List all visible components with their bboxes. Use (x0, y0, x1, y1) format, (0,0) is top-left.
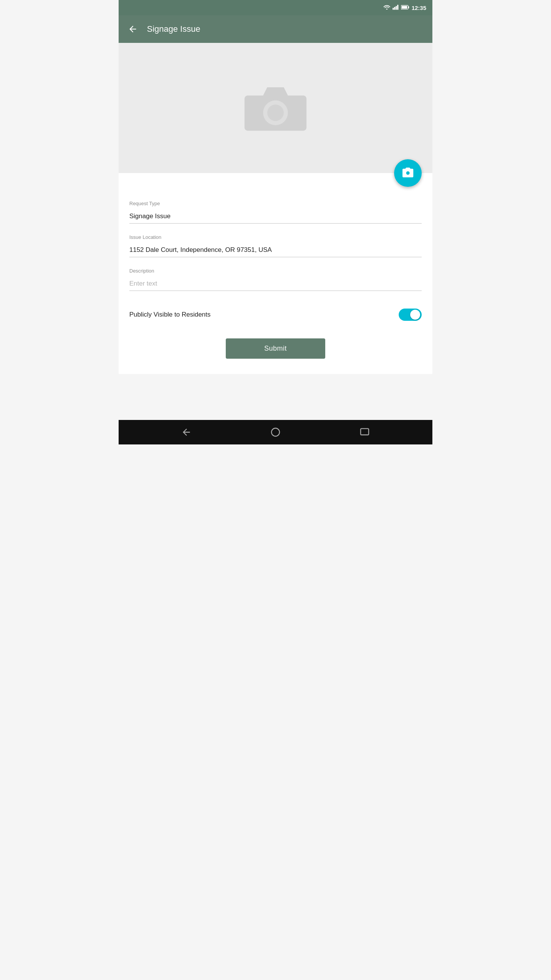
toggle-track (399, 309, 422, 321)
issue-location-value: 1152 Dale Court, Independence, OR 97351,… (129, 243, 422, 257)
form-content: Request Type Signage Issue Issue Locatio… (119, 173, 432, 374)
status-bar: 12:35 (119, 0, 432, 15)
publicly-visible-row: Publicly Visible to Residents (129, 305, 422, 325)
issue-location-field: Issue Location 1152 Dale Court, Independ… (129, 234, 422, 257)
home-nav-button[interactable] (266, 423, 285, 441)
svg-rect-0 (393, 8, 394, 10)
svg-rect-10 (361, 429, 369, 435)
back-button[interactable] (125, 21, 141, 37)
status-icons: 12:35 (383, 5, 426, 11)
signal-icon (393, 5, 399, 11)
request-type-value: Signage Issue (129, 209, 422, 224)
svg-point-8 (267, 105, 284, 121)
description-field: Description (129, 268, 422, 291)
description-label: Description (129, 268, 422, 274)
bottom-nav (119, 420, 432, 444)
wifi-icon (383, 5, 390, 11)
submit-area: Submit (129, 338, 422, 363)
svg-rect-6 (401, 6, 407, 8)
svg-rect-5 (408, 6, 409, 8)
camera-fab-button[interactable] (394, 159, 422, 187)
back-nav-button[interactable] (177, 423, 196, 441)
camera-placeholder (241, 77, 310, 139)
svg-rect-1 (394, 7, 395, 10)
toggle-thumb (410, 310, 420, 320)
svg-point-9 (271, 428, 279, 436)
publicly-visible-label: Publicly Visible to Residents (129, 311, 210, 318)
svg-rect-3 (397, 5, 398, 10)
description-input[interactable] (129, 277, 422, 291)
submit-button[interactable]: Submit (226, 338, 325, 359)
issue-location-label: Issue Location (129, 234, 422, 240)
app-bar: Signage Issue (119, 15, 432, 43)
publicly-visible-toggle[interactable] (399, 309, 422, 321)
battery-icon (401, 5, 409, 11)
status-time: 12:35 (412, 5, 426, 11)
svg-rect-2 (396, 6, 397, 10)
recents-nav-button[interactable] (355, 423, 374, 441)
page-title: Signage Issue (147, 24, 200, 34)
photo-area (119, 43, 432, 173)
request-type-label: Request Type (129, 201, 422, 206)
request-type-field: Request Type Signage Issue (129, 201, 422, 224)
